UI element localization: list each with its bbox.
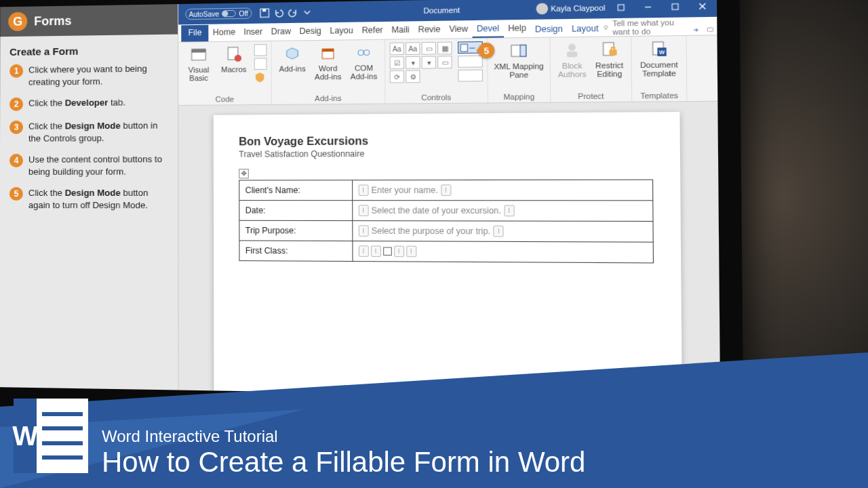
pause-recording-button[interactable] [254, 58, 267, 70]
field-control-cell[interactable]: ⁞Enter your name.⁞ [352, 180, 652, 201]
tab-view[interactable]: View [445, 21, 473, 38]
block-authors-button[interactable]: Block Authors [555, 40, 589, 79]
checkbox-control-button[interactable]: ☑ [390, 56, 404, 69]
monitor-frame: G Forms Create a Form 1Click where you w… [0, 0, 743, 421]
restrict-editing-button[interactable]: Restrict Editing [592, 39, 627, 78]
cc-placeholder[interactable]: Select the date of your excursion. [368, 205, 504, 216]
ribbon: Visual Basic Macros Code [178, 35, 717, 106]
building-block-control-button[interactable]: ▦ [437, 42, 452, 55]
content-control[interactable]: ⁞Enter your name.⁞ [358, 184, 451, 196]
date-picker-control-button[interactable]: ▭ [437, 56, 452, 68]
document-template-button[interactable]: W Document Template [636, 39, 682, 78]
comments-icon[interactable] [706, 25, 714, 35]
tab-review[interactable]: Revie [414, 22, 445, 39]
visual-basic-button[interactable]: Visual Basic [182, 45, 214, 83]
instruction-header: G Forms [0, 4, 178, 37]
tab-file[interactable]: File [181, 25, 209, 42]
step-number-badge: 2 [9, 98, 23, 111]
legacy-tools-button[interactable]: ⚙ [406, 70, 420, 83]
undo-icon[interactable] [273, 7, 284, 19]
tab-insert[interactable]: Inser [239, 24, 267, 41]
field-control-cell[interactable]: ⁞Select the purpose of your trip.⁞ [353, 220, 654, 242]
tab-draw[interactable]: Draw [267, 24, 295, 41]
share-icon[interactable] [692, 25, 701, 35]
dropdown-control-button[interactable]: ▾ [422, 56, 437, 69]
table-row[interactable]: Client's Name:⁞Enter your name.⁞ [239, 180, 653, 201]
addins-button[interactable]: Add-ins [276, 43, 309, 73]
ribbon-display-options-icon[interactable] [610, 0, 632, 16]
qat-dropdown-icon[interactable] [301, 7, 313, 18]
document-area[interactable]: Bon Voyage Excursions Travel Satisfactio… [178, 102, 720, 399]
rich-text-control-button[interactable]: Aa [390, 42, 404, 55]
instruction-step: 2Click the Developer tab. [9, 96, 168, 111]
form-table[interactable]: Client's Name:⁞Enter your name.⁞Date:⁞Se… [239, 179, 654, 263]
plain-text-control-button[interactable]: Aa [406, 42, 420, 55]
content-control[interactable]: ⁞Select the purpose of your trip.⁞ [359, 225, 504, 237]
field-control-cell[interactable]: ⁞⁞⁞⁞ [353, 241, 654, 262]
field-label[interactable]: Trip Purpose: [239, 220, 353, 241]
step-text: Click the Design Mode button in the Cont… [28, 119, 168, 144]
field-label[interactable]: First Class: [239, 240, 353, 261]
autosave-toggle[interactable]: AutoSave Off [185, 7, 252, 20]
cc-end-tag-icon: ⁞ [441, 184, 451, 196]
checkbox-control[interactable] [383, 247, 392, 255]
field-label[interactable]: Date: [239, 200, 353, 220]
cc-start-tag-icon: ⁞ [358, 184, 368, 196]
table-row[interactable]: Trip Purpose:⁞Select the purpose of your… [239, 220, 653, 242]
document-template-icon: W [648, 39, 669, 59]
record-macro-button[interactable] [254, 44, 267, 56]
word-addins-button[interactable]: Word Add-ins [311, 43, 344, 81]
content-control[interactable]: ⁞⁞⁞⁞ [359, 245, 416, 257]
picture-control-button[interactable]: ▭ [421, 42, 435, 55]
redo-icon[interactable] [287, 7, 298, 18]
macros-button[interactable]: Macros [218, 44, 250, 73]
autosave-state: Off [239, 9, 248, 17]
doc-heading[interactable]: Bon Voyage Excursions [239, 134, 653, 148]
user-account[interactable]: Kayla Claypool [536, 2, 605, 14]
tab-design[interactable]: Desig [295, 23, 326, 40]
restrict-editing-label: Restrict Editing [592, 61, 627, 79]
ribbon-group-addins: Add-ins Word Add-ins COM Add-ins Add-ins [272, 40, 386, 104]
ribbon-group-templates: W Document Template Templates [632, 36, 688, 102]
repeating-section-control-button[interactable]: ⟳ [390, 70, 404, 83]
table-move-handle-icon[interactable]: ✥ [239, 169, 249, 178]
table-row[interactable]: Date:⁞Select the date of your excursion.… [239, 200, 653, 221]
screen: G Forms Create a Form 1Click where you w… [0, 0, 720, 399]
contextual-tab-layout[interactable]: Layout [567, 20, 603, 37]
cc-start-tag-icon: ⁞ [371, 245, 381, 257]
save-icon[interactable] [258, 7, 270, 19]
control-properties-button[interactable] [458, 56, 483, 68]
content-control[interactable]: ⁞Select the date of your excursion.⁞ [358, 205, 514, 216]
com-addins-icon [354, 43, 374, 62]
field-control-cell[interactable]: ⁞Select the date of your excursion.⁞ [352, 200, 653, 221]
step-text: Click where you want to being creating y… [28, 62, 168, 87]
close-button[interactable] [691, 0, 714, 15]
tab-mailings[interactable]: Maili [387, 22, 414, 39]
word-addins-label: Word Add-ins [311, 64, 344, 81]
document-page[interactable]: Bon Voyage Excursions Travel Satisfactio… [214, 112, 682, 399]
com-addins-label: COM Add-ins [347, 64, 380, 81]
com-addins-button[interactable]: COM Add-ins [347, 43, 380, 81]
field-label[interactable]: Client's Name: [239, 180, 353, 200]
tab-developer[interactable]: Devel [472, 20, 503, 38]
maximize-button[interactable] [664, 0, 687, 16]
tell-me-search[interactable]: Tell me what you want to do [603, 18, 686, 37]
tab-references[interactable]: Refer [357, 22, 387, 39]
combo-box-control-button[interactable]: ▾ [406, 56, 420, 69]
step-number-badge: 1 [9, 64, 23, 78]
doc-subheading[interactable]: Travel Satisfaction Questionnaire [239, 148, 653, 159]
tab-help[interactable]: Help [504, 20, 531, 38]
control-group-button[interactable] [458, 70, 483, 82]
table-row[interactable]: First Class:⁞⁞⁞⁞ [239, 240, 654, 262]
macro-security-icon[interactable] [254, 72, 266, 83]
block-authors-icon [561, 40, 583, 60]
cc-placeholder[interactable]: Enter your name. [368, 185, 441, 195]
addins-icon [282, 43, 302, 63]
svg-rect-17 [460, 44, 467, 52]
tab-layout[interactable]: Layou [326, 23, 357, 40]
contextual-tab-design[interactable]: Design [530, 21, 567, 37]
xml-mapping-pane-button[interactable]: XML Mapping Pane [492, 41, 546, 79]
minimize-button[interactable] [637, 0, 659, 16]
tab-home[interactable]: Home [209, 24, 240, 41]
cc-placeholder[interactable]: Select the purpose of your trip. [368, 226, 493, 236]
